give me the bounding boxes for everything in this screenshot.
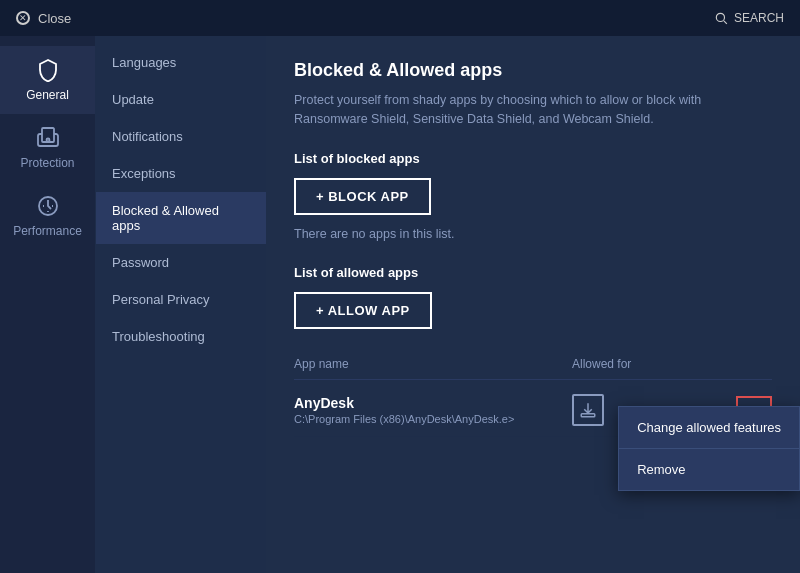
sidebar-item-protection[interactable]: Protection xyxy=(0,114,95,182)
download-icon xyxy=(572,394,604,426)
col-header-allowed-for: Allowed for xyxy=(572,357,712,371)
search-icon xyxy=(714,11,728,25)
sub-nav: Languages Update Notifications Exception… xyxy=(96,36,266,573)
dropdown-item-change-features[interactable]: Change allowed features xyxy=(619,407,799,448)
search-label: SEARCH xyxy=(734,11,784,25)
sidebar-item-label: Performance xyxy=(13,224,82,238)
page-title: Blocked & Allowed apps xyxy=(294,60,772,81)
main-content: Blocked & Allowed apps Protect yourself … xyxy=(266,36,800,573)
svg-rect-5 xyxy=(581,413,595,416)
blocked-empty-text: There are no apps in this list. xyxy=(294,227,772,241)
subnav-item-notifications[interactable]: Notifications xyxy=(96,118,266,155)
close-label[interactable]: Close xyxy=(38,11,71,26)
subnav-item-personal-privacy[interactable]: Personal Privacy xyxy=(96,281,266,318)
protection-icon xyxy=(36,126,60,150)
blocked-section-title: List of blocked apps xyxy=(294,151,772,166)
svg-point-3 xyxy=(46,139,49,142)
col-header-actions xyxy=(712,357,772,371)
general-icon xyxy=(36,58,60,82)
svg-rect-2 xyxy=(42,128,54,142)
subnav-item-password[interactable]: Password xyxy=(96,244,266,281)
title-bar: ✕ Close SEARCH xyxy=(0,0,800,36)
allowed-section-title: List of allowed apps xyxy=(294,265,772,280)
svg-point-0 xyxy=(716,13,724,21)
subnav-item-update[interactable]: Update xyxy=(96,81,266,118)
sidebar-item-label: General xyxy=(26,88,69,102)
sidebar-item-performance[interactable]: Performance xyxy=(0,182,95,250)
sidebar-item-label: Protection xyxy=(20,156,74,170)
sidebar-item-general[interactable]: General xyxy=(0,46,95,114)
subnav-item-languages[interactable]: Languages xyxy=(96,44,266,81)
close-icon[interactable]: ✕ xyxy=(16,11,30,25)
dropdown-menu: Change allowed features Remove xyxy=(618,406,800,491)
subnav-item-exceptions[interactable]: Exceptions xyxy=(96,155,266,192)
dropdown-item-remove[interactable]: Remove xyxy=(619,448,799,490)
subnav-item-troubleshooting[interactable]: Troubleshooting xyxy=(96,318,266,355)
svg-line-1 xyxy=(724,21,727,24)
allow-app-button[interactable]: + ALLOW APP xyxy=(294,292,432,329)
block-app-button[interactable]: + BLOCK APP xyxy=(294,178,431,215)
search-button[interactable]: SEARCH xyxy=(714,11,784,25)
app-path: C:\Program Files (x86)\AnyDesk\AnyDesk.e… xyxy=(294,413,554,425)
app-name: AnyDesk xyxy=(294,395,572,411)
title-bar-left: ✕ Close xyxy=(16,11,71,26)
page-description: Protect yourself from shady apps by choo… xyxy=(294,91,772,129)
table-header: App name Allowed for xyxy=(294,349,772,380)
app-info: AnyDesk C:\Program Files (x86)\AnyDesk\A… xyxy=(294,395,572,425)
col-header-app-name: App name xyxy=(294,357,572,371)
download-svg xyxy=(579,401,597,419)
subnav-item-blocked-allowed[interactable]: Blocked & Allowed apps xyxy=(96,192,266,244)
performance-icon xyxy=(36,194,60,218)
left-nav: General Protection Performance xyxy=(0,36,96,573)
app-body: General Protection Performance Languages… xyxy=(0,36,800,573)
